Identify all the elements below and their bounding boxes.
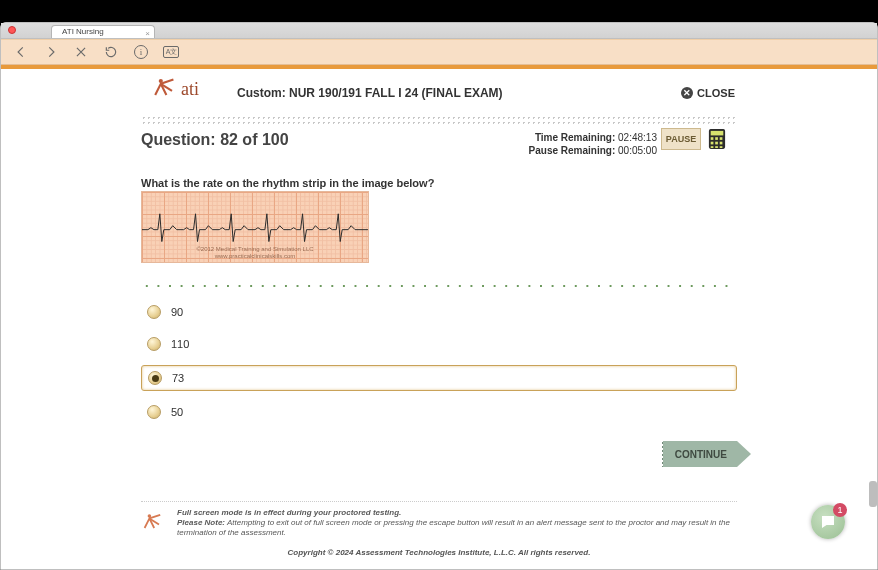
info-icon[interactable]: i <box>133 44 149 60</box>
tab-title: ATI Nursing <box>62 27 104 36</box>
continue-label: CONTINUE <box>675 449 727 460</box>
section-divider-dots <box>141 283 737 289</box>
proctor-text: Full screen mode is in effect during you… <box>177 508 737 538</box>
question-bar: Question: 82 of 100 Time Remaining: 02:4… <box>1 125 877 149</box>
calculator-icon <box>708 128 726 150</box>
timers: Time Remaining: 02:48:13 Pause Remaining… <box>529 131 657 157</box>
chat-icon <box>819 513 837 531</box>
answer-option-2[interactable]: 73 <box>141 365 737 391</box>
chat-badge: 1 <box>833 503 847 517</box>
answer-label: 90 <box>171 306 183 318</box>
svg-rect-3 <box>711 137 714 140</box>
page-content: ati Custom: NUR 190/191 FALL I 24 (FINAL… <box>1 69 877 569</box>
time-remaining-value: 02:48:13 <box>618 132 657 143</box>
svg-rect-6 <box>711 142 714 145</box>
mac-close-dot[interactable] <box>8 26 16 34</box>
question-counter: Question: 82 of 100 <box>141 131 289 149</box>
chat-button[interactable]: 1 <box>811 505 845 539</box>
ecg-caption-1: ©2012 Medical Training and Simulation LL… <box>142 246 368 253</box>
exam-header: ati Custom: NUR 190/191 FALL I 24 (FINAL… <box>1 69 877 117</box>
time-remaining-label: Time Remaining: <box>535 132 615 143</box>
question-body: What is the rate on the rhythm strip in … <box>1 149 877 467</box>
browser-toolbar: i A文 <box>1 39 877 65</box>
tab-bar: ATI Nursing × <box>1 23 877 39</box>
q-label-prefix: Question: <box>141 131 216 148</box>
radio-icon <box>147 405 161 419</box>
svg-rect-10 <box>715 146 718 148</box>
scrollbar-thumb[interactable] <box>869 481 877 507</box>
continue-button[interactable]: CONTINUE <box>663 441 737 467</box>
ati-logo-text: ati <box>181 79 199 100</box>
q-count: 82 of 100 <box>220 131 288 148</box>
tab-close-icon[interactable]: × <box>145 28 150 40</box>
close-button[interactable]: ✕ CLOSE <box>681 87 735 99</box>
answer-label: 110 <box>171 338 189 350</box>
answer-option-0[interactable]: 90 <box>141 301 737 323</box>
svg-rect-4 <box>715 137 718 140</box>
back-icon[interactable] <box>13 44 29 60</box>
stop-icon[interactable] <box>73 44 89 60</box>
pause-button[interactable]: PAUSE <box>661 128 701 150</box>
forward-icon[interactable] <box>43 44 59 60</box>
answer-label: 73 <box>172 372 184 384</box>
divider-dots <box>141 117 737 125</box>
footer-line2: Attempting to exit out of full screen mo… <box>177 518 730 537</box>
footer-line1: Full screen mode is in effect during you… <box>177 508 401 517</box>
pause-remaining-label: Pause Remaining: <box>529 145 616 156</box>
svg-rect-9 <box>711 146 714 148</box>
ati-logo-mark <box>151 74 179 102</box>
ati-logo: ati <box>151 74 199 102</box>
ecg-caption: ©2012 Medical Training and Simulation LL… <box>142 246 368 260</box>
answer-label: 50 <box>171 406 183 418</box>
browser-tab[interactable]: ATI Nursing × <box>51 25 155 38</box>
svg-rect-7 <box>715 142 718 145</box>
radio-icon <box>147 305 161 319</box>
answer-option-1[interactable]: 110 <box>141 333 737 355</box>
proctor-footer: Full screen mode is in effect during you… <box>141 501 737 538</box>
svg-rect-8 <box>720 142 723 145</box>
svg-rect-11 <box>720 146 723 148</box>
radio-icon <box>147 337 161 351</box>
answer-option-3[interactable]: 50 <box>141 401 737 423</box>
copyright: Copyright © 2024 Assessment Technologies… <box>1 548 877 557</box>
question-text: What is the rate on the rhythm strip in … <box>141 177 737 189</box>
close-label: CLOSE <box>697 87 735 99</box>
svg-rect-2 <box>711 131 724 136</box>
reload-icon[interactable] <box>103 44 119 60</box>
translate-icon[interactable]: A文 <box>163 44 179 60</box>
close-icon: ✕ <box>681 87 693 99</box>
radio-icon <box>148 371 162 385</box>
calculator-button[interactable] <box>707 128 727 150</box>
answers-list: 90 110 73 50 <box>141 301 737 423</box>
rhythm-strip-image: ©2012 Medical Training and Simulation LL… <box>141 191 369 263</box>
exam-title: Custom: NUR 190/191 FALL I 24 (FINAL EXA… <box>237 86 503 100</box>
svg-rect-5 <box>720 137 723 140</box>
pause-remaining-value: 00:05:00 <box>618 145 657 156</box>
ecg-caption-2: www.practicalclinicalskills.com <box>142 253 368 260</box>
browser-window: ATI Nursing × i A文 <box>0 22 878 570</box>
chevron-right-icon <box>737 441 751 467</box>
proctor-icon <box>141 510 165 534</box>
